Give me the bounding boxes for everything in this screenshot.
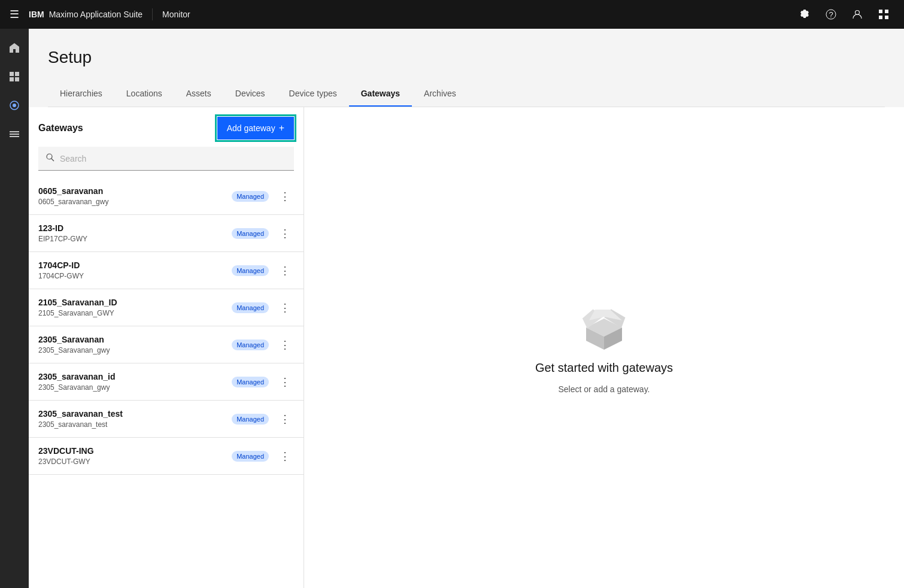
gateway-item-id: 2105_Saravanan_GWY — [38, 309, 117, 317]
tab-device-types[interactable]: Device types — [277, 81, 349, 107]
search-input[interactable] — [60, 154, 287, 163]
svg-point-12 — [13, 104, 16, 107]
gateway-item-right: Managed ⋮ — [232, 374, 294, 390]
gateway-item-info: 23VDCUT-ING 23VDCUT-GWY — [38, 446, 94, 466]
gateway-item-right: Managed ⋮ — [232, 189, 294, 204]
gateway-detail-panel: Get started with gateways Select or add … — [304, 107, 904, 588]
managed-badge: Managed — [232, 451, 269, 462]
gateway-list-panel: Gateways Add gateway + — [29, 107, 304, 588]
plus-icon: + — [279, 123, 284, 134]
svg-rect-6 — [885, 16, 888, 19]
svg-rect-10 — [15, 77, 19, 81]
managed-badge: Managed — [232, 414, 269, 425]
brand: IBM Maximo Application Suite — [29, 10, 142, 19]
add-gateway-button[interactable]: Add gateway + — [217, 117, 294, 140]
gateway-item-info: 123-ID EIP17CP-GWY — [38, 223, 87, 243]
managed-badge: Managed — [232, 228, 269, 239]
search-input-wrapper — [38, 147, 294, 171]
gateway-item-name: 1704CP-ID — [38, 260, 84, 270]
more-options-button[interactable]: ⋮ — [276, 374, 294, 390]
gateway-item-id: 1704CP-GWY — [38, 272, 84, 280]
more-options-button[interactable]: ⋮ — [276, 226, 294, 241]
tab-archives[interactable]: Archives — [412, 81, 468, 107]
gateway-item[interactable]: 1704CP-ID 1704CP-GWY Managed ⋮ — [29, 252, 304, 289]
gateway-item-name: 123-ID — [38, 223, 87, 233]
settings-icon[interactable] — [794, 4, 815, 25]
sidebar-item-home[interactable] — [0, 34, 29, 62]
tab-assets[interactable]: Assets — [174, 81, 223, 107]
tab-locations[interactable]: Locations — [114, 81, 174, 107]
svg-rect-5 — [879, 16, 882, 19]
gateway-item-id: 2305_Saravanan_gwy — [38, 346, 110, 354]
gateway-item-id: EIP17CP-GWY — [38, 235, 87, 243]
sidebar-item-dashboard[interactable] — [0, 62, 29, 91]
gateway-item[interactable]: 2105_Saravanan_ID 2105_Saravanan_GWY Man… — [29, 289, 304, 326]
gateway-item-right: Managed ⋮ — [232, 263, 294, 278]
gateway-item-info: 2105_Saravanan_ID 2105_Saravanan_GWY — [38, 298, 117, 317]
svg-rect-7 — [10, 72, 14, 76]
gateway-item[interactable]: 23VDCUT-ING 23VDCUT-GWY Managed ⋮ — [29, 438, 304, 475]
gateway-item-info: 2305_saravanan_test 2305_saravanan_test — [38, 409, 123, 429]
svg-rect-3 — [879, 10, 882, 13]
gateway-item[interactable]: 0605_saravanan 0605_saravanan_gwy Manage… — [29, 178, 304, 215]
svg-rect-14 — [10, 134, 19, 135]
more-options-button[interactable]: ⋮ — [276, 337, 294, 353]
hamburger-menu[interactable]: ☰ — [10, 8, 19, 21]
tab-devices[interactable]: Devices — [223, 81, 277, 107]
tab-hierarchies[interactable]: Hierarchies — [48, 81, 114, 107]
gateway-item-id: 23VDCUT-GWY — [38, 457, 94, 466]
search-container — [29, 147, 304, 178]
gateway-items: 0605_saravanan 0605_saravanan_gwy Manage… — [29, 178, 304, 588]
gateway-item-name: 2305_saravanan_id — [38, 372, 115, 381]
managed-badge: Managed — [232, 265, 269, 276]
gateway-item-info: 0605_saravanan 0605_saravanan_gwy — [38, 186, 108, 206]
empty-state-subtitle: Select or add a gateway. — [558, 384, 650, 394]
sidebar-item-monitor[interactable] — [0, 91, 29, 120]
tabs-bar: HierarchiesLocationsAssetsDevicesDevice … — [48, 81, 885, 107]
help-icon[interactable]: ? — [820, 4, 842, 25]
more-options-button[interactable]: ⋮ — [276, 411, 294, 427]
nav-divider — [152, 8, 153, 20]
gateway-item-right: Managed ⋮ — [232, 411, 294, 427]
svg-line-17 — [51, 159, 54, 161]
more-options-button[interactable]: ⋮ — [276, 300, 294, 316]
svg-rect-15 — [10, 136, 19, 137]
gateway-item[interactable]: 2305_saravanan_id 2305_Saravanan_gwy Man… — [29, 363, 304, 401]
svg-rect-13 — [10, 131, 19, 132]
empty-state: Get started with gateways Select or add … — [535, 304, 673, 394]
gateway-item-name: 2105_Saravanan_ID — [38, 298, 117, 307]
gateway-item-right: Managed ⋮ — [232, 300, 294, 316]
content-area: Gateways Add gateway + — [29, 107, 904, 588]
page-title: Setup — [48, 48, 885, 67]
svg-rect-4 — [885, 10, 888, 13]
gateway-item-name: 23VDCUT-ING — [38, 446, 94, 456]
topnav: ☰ IBM Maximo Application Suite Monitor ? — [0, 0, 904, 29]
gateway-item-right: Managed ⋮ — [232, 448, 294, 464]
user-icon[interactable] — [847, 4, 868, 25]
module-label: Monitor — [162, 10, 190, 19]
empty-box-icon — [580, 304, 628, 351]
gateway-item-right: Managed ⋮ — [232, 337, 294, 353]
gateway-item-name: 0605_saravanan — [38, 186, 108, 196]
grid-icon[interactable] — [873, 4, 894, 25]
managed-badge: Managed — [232, 377, 269, 387]
gateway-item-name: 2305_saravanan_test — [38, 409, 123, 419]
more-options-button[interactable]: ⋮ — [276, 263, 294, 278]
svg-rect-8 — [15, 72, 19, 76]
gateway-item[interactable]: 123-ID EIP17CP-GWY Managed ⋮ — [29, 215, 304, 252]
empty-state-title: Get started with gateways — [535, 361, 673, 375]
svg-rect-9 — [10, 77, 14, 81]
left-sidebar — [0, 29, 29, 588]
ibm-label: IBM — [29, 10, 44, 19]
gateway-item[interactable]: 2305_saravanan_test 2305_saravanan_test … — [29, 401, 304, 438]
nav-icons: ? — [794, 4, 894, 25]
gateway-item-id: 2305_saravanan_test — [38, 420, 123, 429]
more-options-button[interactable]: ⋮ — [276, 189, 294, 204]
gateway-item-info: 1704CP-ID 1704CP-GWY — [38, 260, 84, 280]
gateway-item[interactable]: 2305_Saravanan 2305_Saravanan_gwy Manage… — [29, 326, 304, 363]
managed-badge: Managed — [232, 340, 269, 350]
more-options-button[interactable]: ⋮ — [276, 448, 294, 464]
gateway-item-info: 2305_Saravanan 2305_Saravanan_gwy — [38, 335, 110, 354]
sidebar-item-manage[interactable] — [0, 120, 29, 148]
tab-gateways[interactable]: Gateways — [349, 81, 412, 107]
